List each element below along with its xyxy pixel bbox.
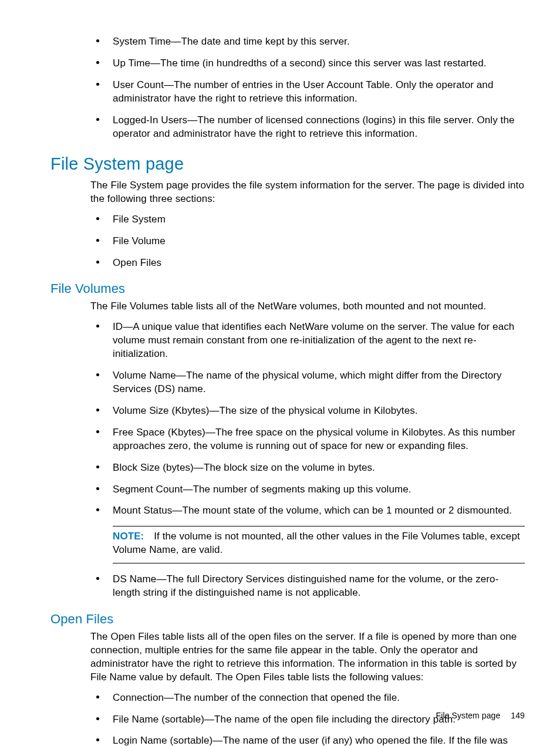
list-item: Mount Status—The mount state of the volu… (90, 502, 525, 520)
file-volumes-list: ID—A unique value that identifies each N… (90, 318, 525, 520)
list-item: System Time—The date and time kept by th… (90, 33, 525, 51)
note-label: NOTE: (113, 531, 144, 542)
list-item: Logged-In Users—The number of licensed c… (90, 112, 525, 143)
list-item: Connection—The number of the connection … (90, 689, 525, 707)
footer-text: File System page (436, 711, 501, 720)
paragraph: The File Volumes table lists all of the … (90, 300, 525, 313)
note-box: NOTE: If the volume is not mounted, all … (113, 526, 525, 563)
list-item: Open Files (90, 254, 525, 272)
list-item: Segment Count—The number of segments mak… (90, 481, 525, 499)
list-item: User Count—The number of entries in the … (90, 76, 525, 108)
list-item: Block Size (bytes)—The block size on the… (90, 459, 525, 477)
list-item: Volume Size (Kbytes)—The size of the phy… (90, 402, 525, 420)
list-item: File Volume (90, 232, 525, 251)
file-system-sections-list: File System File Volume Open Files (90, 211, 525, 272)
page-number: 149 (511, 711, 525, 720)
paragraph: The File System page provides the file s… (90, 179, 525, 206)
top-bullet-list: System Time—The date and time kept by th… (90, 33, 525, 143)
list-item: Free Space (Kbytes)—The free space on th… (90, 424, 525, 455)
heading-file-volumes: File Volumes (50, 280, 525, 298)
file-volumes-after-note-list: DS Name—The full Directory Services dist… (90, 571, 525, 602)
paragraph: The Open Files table lists all of the op… (90, 630, 525, 684)
list-item: DS Name—The full Directory Services dist… (90, 571, 525, 602)
list-item: Volume Name—The name of the physical vol… (90, 367, 525, 399)
heading-file-system-page: File System page (50, 153, 525, 175)
list-item: Login Name (sortable)—The name of the us… (90, 732, 525, 746)
list-item: ID—A unique value that identifies each N… (90, 318, 525, 363)
note-text: If the volume is not mounted, all the ot… (113, 531, 520, 555)
heading-open-files: Open Files (50, 610, 525, 628)
list-item: Up Time—The time (in hundredths of a sec… (90, 55, 525, 73)
page-footer: File System page 149 (436, 710, 525, 721)
list-item: File System (90, 211, 525, 229)
